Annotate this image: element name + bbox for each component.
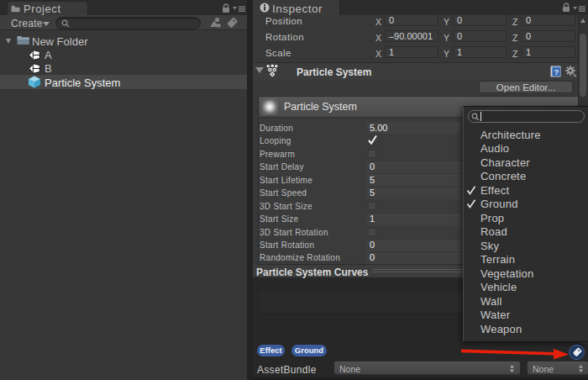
- svg-text:?: ?: [554, 67, 559, 77]
